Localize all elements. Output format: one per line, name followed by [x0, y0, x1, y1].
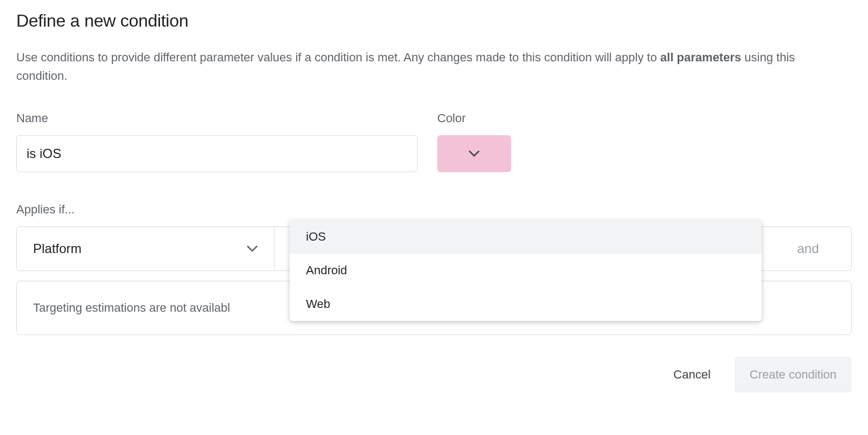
color-field-group: Color: [437, 111, 511, 172]
estimation-text: Targeting estimations are not availabl: [33, 301, 230, 315]
color-select[interactable]: [437, 135, 511, 172]
color-label: Color: [437, 111, 511, 125]
applies-label: Applies if...: [16, 203, 852, 217]
dropdown-option-web[interactable]: Web: [290, 287, 762, 321]
condition-type-select[interactable]: Platform: [16, 226, 275, 271]
page-title: Define a new condition: [16, 11, 852, 31]
chevron-down-icon: [469, 150, 480, 157]
description-text: Use conditions to provide different para…: [16, 48, 819, 85]
name-field-group: Name: [16, 111, 418, 172]
name-label: Name: [16, 111, 418, 125]
applies-section: Applies if... Platform and iOS Android W…: [16, 203, 852, 335]
chevron-down-icon: [247, 245, 258, 252]
description-bold: all parameters: [660, 51, 741, 64]
dropdown-option-android[interactable]: Android: [290, 254, 762, 287]
footer: Cancel Create condition: [16, 357, 852, 393]
platform-dropdown: iOS Android Web: [290, 220, 762, 321]
description-prefix: Use conditions to provide different para…: [16, 51, 660, 64]
condition-type-text: Platform: [33, 241, 81, 256]
cancel-button[interactable]: Cancel: [669, 361, 714, 388]
name-input[interactable]: [16, 135, 418, 172]
dropdown-option-ios[interactable]: iOS: [290, 220, 762, 254]
and-button[interactable]: and: [765, 226, 852, 271]
field-row: Name Color: [16, 111, 852, 172]
create-condition-button[interactable]: Create condition: [735, 357, 852, 393]
condition-row: Platform and iOS Android Web: [16, 226, 852, 271]
